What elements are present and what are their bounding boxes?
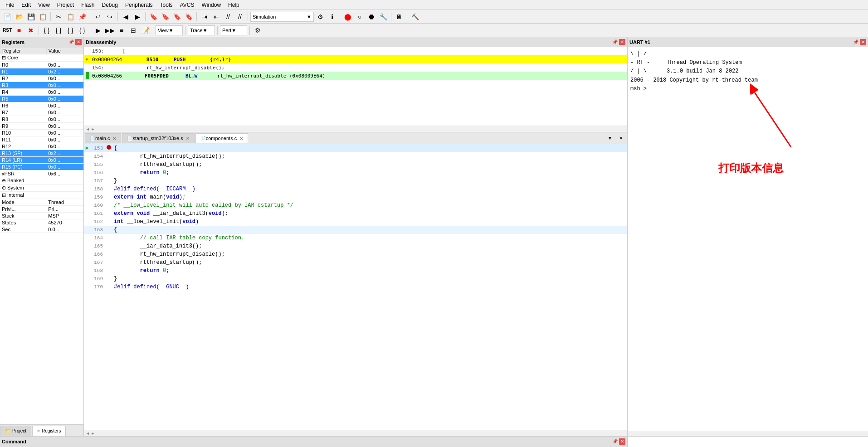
- reg-R11-name: R11: [0, 136, 46, 143]
- trace-dropdown[interactable]: Trace ▼: [188, 25, 215, 35]
- disasm-scrollbar-h[interactable]: ◄ ►: [84, 126, 627, 132]
- reg-xPSR-name: xPSR: [0, 170, 46, 177]
- run-to-btn[interactable]: { }: [77, 25, 88, 36]
- nav-fwd-btn[interactable]: ▶: [132, 11, 143, 22]
- tab-main-c-close[interactable]: ✕: [112, 136, 116, 141]
- reg-R6-value: 0x0...: [46, 102, 83, 109]
- sep9: [407, 12, 407, 21]
- menu-help[interactable]: Help: [224, 1, 243, 9]
- unindent-btn[interactable]: ⇤: [211, 11, 222, 22]
- menu-edit[interactable]: Edit: [18, 1, 34, 9]
- step-out-btn[interactable]: { }: [65, 25, 76, 36]
- tab-components-close[interactable]: ✕: [239, 136, 243, 141]
- stop-debug-btn[interactable]: ■: [14, 25, 24, 36]
- src-btn[interactable]: ⊟: [128, 25, 139, 36]
- debug-opt-btn[interactable]: 🔧: [378, 11, 389, 22]
- perf-dropdown[interactable]: Perf ▼: [220, 25, 247, 35]
- menu-window[interactable]: Window: [198, 1, 224, 9]
- rst-btn[interactable]: RST: [2, 25, 13, 36]
- menu-view[interactable]: View: [34, 1, 54, 9]
- tab-main-c[interactable]: 📄 main.c ✕: [85, 133, 121, 143]
- trace-arrow: ▼: [203, 28, 208, 33]
- bookmark4-btn[interactable]: 🔖: [183, 11, 194, 22]
- next-stmt-btn[interactable]: ▶: [93, 25, 103, 36]
- redo-btn[interactable]: ↪: [104, 11, 115, 22]
- registers-close-btn[interactable]: ✕: [75, 39, 82, 45]
- menu-peripherals[interactable]: Peripherals: [122, 1, 156, 9]
- line-num-164: 164: [90, 235, 107, 241]
- copy-btn[interactable]: 📋: [65, 11, 76, 22]
- save-btn[interactable]: 💾: [25, 11, 36, 22]
- table-row: Mode Thread: [0, 199, 83, 206]
- target-dropdown[interactable]: Simulation ▼: [250, 12, 314, 22]
- disasm-btn[interactable]: ≡: [116, 25, 127, 36]
- command-close-btn[interactable]: ✕: [619, 438, 625, 445]
- tab-registers[interactable]: ≡ Registers: [32, 426, 66, 436]
- bookmark3-btn[interactable]: 🔖: [171, 11, 182, 22]
- line-num-162: 162: [90, 219, 107, 224]
- registers-title-bar: Registers 📌 ✕: [0, 37, 83, 47]
- tools-btn[interactable]: 🔨: [410, 11, 420, 22]
- uart-close-btn[interactable]: ✕: [860, 39, 866, 45]
- undo-btn[interactable]: ↩: [93, 11, 103, 22]
- disasm-pin-btn[interactable]: 📌: [612, 39, 618, 45]
- expand-banked: ⊕: [2, 178, 6, 183]
- tab-project[interactable]: 📁 Project: [0, 426, 31, 436]
- line-code-167: rtthread_startup();: [112, 259, 202, 266]
- debug-stop-btn[interactable]: ⬤: [342, 11, 353, 22]
- settings2-btn[interactable]: ⚙: [252, 25, 263, 36]
- nav-back-btn[interactable]: ◀: [120, 11, 131, 22]
- menu-flash[interactable]: Flash: [78, 1, 98, 9]
- uart-scrollbar-h[interactable]: [628, 431, 868, 436]
- tab-close-panel-btn[interactable]: ✕: [615, 133, 626, 144]
- registers-pin-btn[interactable]: 📌: [68, 39, 74, 45]
- menu-avcs[interactable]: AVCS: [176, 1, 198, 9]
- tab-components[interactable]: 📄 components.c ✕: [195, 133, 248, 143]
- step-into-btn[interactable]: { }: [41, 25, 52, 36]
- disasm-close-btn[interactable]: ✕: [619, 39, 625, 45]
- debug-run-btn[interactable]: ○: [354, 11, 365, 22]
- menu-debug[interactable]: Debug: [98, 1, 122, 9]
- reg-mode-name: Mode: [0, 199, 46, 206]
- uart-pin-btn[interactable]: 📌: [853, 39, 859, 45]
- menu-project[interactable]: Project: [54, 1, 78, 9]
- run-btn[interactable]: ▶▶: [104, 25, 115, 36]
- save2-btn[interactable]: 📋: [37, 11, 48, 22]
- bookmark2-btn[interactable]: 🔖: [160, 11, 171, 22]
- tab-startup[interactable]: 📄 startup_stm32f103xe.s ✕: [122, 133, 194, 143]
- comment-btn[interactable]: //: [223, 11, 234, 22]
- sep12: [153, 26, 153, 35]
- tab-startup-close[interactable]: ✕: [186, 136, 190, 141]
- disasm-arrow-indicator: ►: [86, 57, 92, 62]
- view-btn[interactable]: 🖥: [394, 11, 405, 22]
- disassembly-content[interactable]: 153: { ► 0x08004264 B510 PUSH {r4,lr} 15…: [84, 47, 627, 126]
- target-info-btn[interactable]: ℹ: [327, 11, 337, 22]
- debug-more-btn[interactable]: ⬣: [366, 11, 377, 22]
- code-editor[interactable]: ► 153 { 154 rt_hw_interrupt_disable();: [84, 144, 627, 430]
- table-row: Privi... Pri...: [0, 206, 83, 213]
- step-over-btn[interactable]: { }: [53, 25, 64, 36]
- open-btn[interactable]: 📂: [14, 11, 24, 22]
- reg-R1-name: R1: [0, 68, 46, 75]
- view-dropdown[interactable]: View ▼: [156, 25, 183, 35]
- menu-file[interactable]: File: [2, 1, 18, 9]
- command-pin-btn[interactable]: 📌: [612, 438, 618, 445]
- line-bp-153: [107, 145, 112, 151]
- uart-panel: UART #1 📌 ✕ \ | / - RT - Thread Operatin…: [628, 37, 868, 436]
- cut-btn[interactable]: ✂: [53, 11, 64, 22]
- annotation-container: [750, 83, 805, 159]
- new-btn[interactable]: 📄: [2, 11, 13, 22]
- bookmark1-btn[interactable]: 🔖: [148, 11, 159, 22]
- tab-components-icon: 📄: [200, 136, 206, 141]
- uncomment-btn[interactable]: //: [234, 11, 245, 22]
- line-num-153: 153: [90, 146, 107, 151]
- code-scrollbar-h[interactable]: ◄ ►: [84, 430, 627, 436]
- indent-btn[interactable]: ⇥: [199, 11, 210, 22]
- stop-x-btn[interactable]: ✖: [25, 25, 36, 36]
- tab-dropdown-btn[interactable]: ▼: [605, 133, 615, 144]
- registers-scroll[interactable]: ⊟ Core R0 0x0... R1 0x2... R2 0x0...: [0, 54, 83, 424]
- menu-tools[interactable]: Tools: [156, 1, 176, 9]
- paste-btn[interactable]: 📌: [77, 11, 88, 22]
- log-btn[interactable]: 📝: [140, 25, 151, 36]
- target-settings-btn[interactable]: ⚙: [315, 11, 326, 22]
